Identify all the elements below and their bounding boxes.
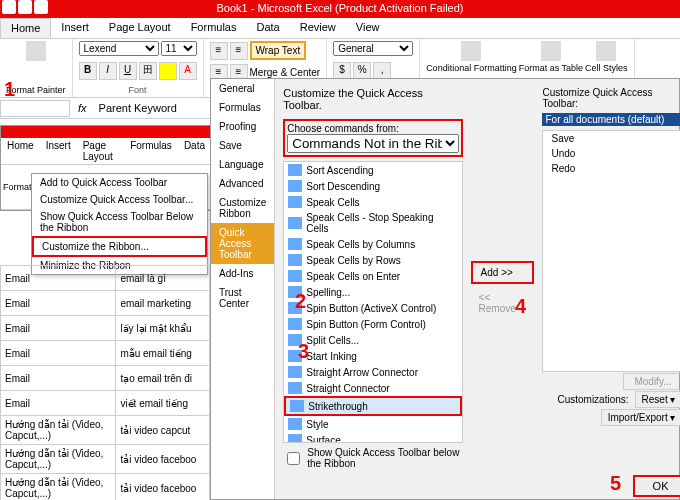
bg-tab[interactable]: Page Layout bbox=[77, 138, 124, 164]
cell[interactable]: tạo email trên đi bbox=[116, 366, 210, 391]
tab-view[interactable]: View bbox=[346, 18, 390, 38]
command-item[interactable]: Spelling... bbox=[284, 284, 461, 300]
cell[interactable]: tải video faceboo bbox=[116, 445, 210, 474]
fx-icon[interactable]: fx bbox=[70, 102, 95, 114]
align-mid-icon[interactable]: ≡ bbox=[230, 42, 248, 60]
italic-button[interactable]: I bbox=[99, 62, 117, 80]
cell[interactable]: Email bbox=[1, 266, 116, 291]
command-item[interactable]: Straight Arrow Connector bbox=[284, 364, 461, 380]
cell[interactable]: tải video capcut bbox=[116, 416, 210, 445]
bold-button[interactable]: B bbox=[79, 62, 97, 80]
cell-styles-button[interactable]: Cell Styles bbox=[585, 41, 628, 73]
ok-button[interactable]: OK bbox=[633, 475, 680, 497]
cell[interactable]: Hướng dẫn tải (Video, Capcut,...) bbox=[1, 474, 116, 501]
cond-format-button[interactable]: Conditional Formatting bbox=[426, 41, 517, 73]
command-item[interactable]: Spin Button (Form Control) bbox=[284, 316, 461, 332]
command-item[interactable]: Straight Connector bbox=[284, 380, 461, 396]
cell[interactable]: mẫu email tiếng bbox=[116, 341, 210, 366]
tab-page-layout[interactable]: Page Layout bbox=[99, 18, 181, 38]
comma-icon[interactable]: , bbox=[373, 62, 391, 80]
qat-item[interactable]: Undo bbox=[543, 146, 680, 161]
name-box[interactable] bbox=[0, 100, 70, 117]
nav-item[interactable]: Trust Center bbox=[211, 283, 274, 313]
bg-tab[interactable]: Data bbox=[178, 138, 211, 164]
worksheet-grid[interactable]: Emailemail là gìEmailemail marketingEmai… bbox=[0, 265, 210, 500]
command-item[interactable]: Speak Cells - Stop Speaking Cells bbox=[284, 210, 461, 236]
bg-tab[interactable]: Home bbox=[1, 138, 40, 164]
underline-button[interactable]: U bbox=[119, 62, 137, 80]
nav-item[interactable]: General bbox=[211, 79, 274, 98]
qat-items-list[interactable]: SaveUndoRedo bbox=[542, 130, 680, 372]
cell[interactable]: Email bbox=[1, 341, 116, 366]
cell[interactable]: Hướng dẫn tải (Video, Capcut,...) bbox=[1, 416, 116, 445]
nav-item[interactable]: Language bbox=[211, 155, 274, 174]
command-item[interactable]: Speak Cells by Rows bbox=[284, 252, 461, 268]
command-item[interactable]: Sort Descending bbox=[284, 178, 461, 194]
bg-tab[interactable]: Insert bbox=[40, 138, 77, 164]
tab-insert[interactable]: Insert bbox=[51, 18, 99, 38]
percent-icon[interactable]: % bbox=[353, 62, 371, 80]
border-button[interactable]: 田 bbox=[139, 62, 157, 80]
nav-item[interactable]: Quick Access Toolbar bbox=[211, 223, 274, 264]
nav-item[interactable]: Formulas bbox=[211, 98, 274, 117]
cell[interactable]: Email bbox=[1, 316, 116, 341]
fill-color-button[interactable] bbox=[159, 62, 177, 80]
format-table-button[interactable]: Format as Table bbox=[519, 41, 583, 73]
show-qat-below-checkbox[interactable]: Show Quick Access Toolbar below the Ribb… bbox=[283, 447, 462, 469]
cell[interactable]: Email bbox=[1, 391, 116, 416]
number-format-select[interactable]: General bbox=[333, 41, 413, 56]
cell[interactable]: lấy lại mật khẩu bbox=[116, 316, 210, 341]
modify-button[interactable]: Modify... bbox=[623, 373, 680, 390]
cell[interactable]: tải video faceboo bbox=[116, 474, 210, 501]
command-item[interactable]: Spin Button (ActiveX Control) bbox=[284, 300, 461, 316]
qat-save-icon[interactable] bbox=[2, 0, 16, 14]
nav-item[interactable]: Proofing bbox=[211, 117, 274, 136]
tab-formulas[interactable]: Formulas bbox=[181, 18, 247, 38]
command-item[interactable]: Style bbox=[284, 416, 461, 432]
cell[interactable]: Email bbox=[1, 291, 116, 316]
font-size-select[interactable]: 11 bbox=[161, 41, 197, 56]
cell[interactable]: email marketing bbox=[116, 291, 210, 316]
command-item[interactable]: Start Inking bbox=[284, 348, 461, 364]
commands-list[interactable]: Sort AscendingSort DescendingSpeak Cells… bbox=[283, 161, 462, 443]
merge-center-button[interactable]: Merge & Center bbox=[250, 67, 321, 78]
cell[interactable]: viết email tiếng bbox=[116, 391, 210, 416]
command-item[interactable]: Speak Cells by Columns bbox=[284, 236, 461, 252]
tab-data[interactable]: Data bbox=[246, 18, 289, 38]
bg-tab[interactable]: Formulas bbox=[124, 138, 178, 164]
paste-button[interactable] bbox=[6, 41, 66, 61]
command-item[interactable]: Split Cells... bbox=[284, 332, 461, 348]
wrap-text-button[interactable]: Wrap Text bbox=[250, 41, 307, 60]
qat-undo-icon[interactable] bbox=[18, 0, 32, 14]
nav-item[interactable]: Add-Ins bbox=[211, 264, 274, 283]
cell[interactable]: email là gì bbox=[116, 266, 210, 291]
font-color-button[interactable]: A bbox=[179, 62, 197, 80]
tab-review[interactable]: Review bbox=[290, 18, 346, 38]
command-item[interactable]: Speak Cells bbox=[284, 194, 461, 210]
tab-home[interactable]: Home bbox=[0, 18, 51, 38]
command-item[interactable]: Strikethrough bbox=[284, 396, 461, 416]
nav-item[interactable]: Advanced bbox=[211, 174, 274, 193]
qat-item[interactable]: Redo bbox=[543, 161, 680, 176]
command-item[interactable]: Sort Ascending bbox=[284, 162, 461, 178]
nav-item[interactable]: Customize Ribbon bbox=[211, 193, 274, 223]
command-item[interactable]: Surface bbox=[284, 432, 461, 443]
ctx-show-qat-below[interactable]: Show Quick Access Toolbar Below the Ribb… bbox=[32, 208, 207, 236]
ctx-customize-ribbon[interactable]: Customize the Ribbon... bbox=[32, 236, 207, 257]
qat-scope-select[interactable]: For all documents (default) bbox=[542, 113, 680, 126]
qat-redo-icon[interactable] bbox=[34, 0, 48, 14]
cell[interactable]: Email bbox=[1, 366, 116, 391]
nav-item[interactable]: Save bbox=[211, 136, 274, 155]
font-name-select[interactable]: Lexend bbox=[79, 41, 159, 56]
cell[interactable]: Hướng dẫn tải (Video, Capcut,...) bbox=[1, 445, 116, 474]
align-top-icon[interactable]: ≡ bbox=[210, 42, 228, 60]
currency-icon[interactable]: $ bbox=[333, 62, 351, 80]
ctx-customize-qat[interactable]: Customize Quick Access Toolbar... bbox=[32, 191, 207, 208]
ctx-add-qat[interactable]: Add to Quick Access Toolbar bbox=[32, 174, 207, 191]
reset-button[interactable]: Reset ▾ bbox=[635, 391, 680, 408]
add-button[interactable]: Add >> bbox=[471, 261, 535, 284]
qat-item[interactable]: Save bbox=[543, 131, 680, 146]
command-item[interactable]: Speak Cells on Enter bbox=[284, 268, 461, 284]
choose-commands-select[interactable]: Commands Not in the Ribbon bbox=[287, 134, 458, 153]
import-export-button[interactable]: Import/Export ▾ bbox=[601, 409, 680, 426]
